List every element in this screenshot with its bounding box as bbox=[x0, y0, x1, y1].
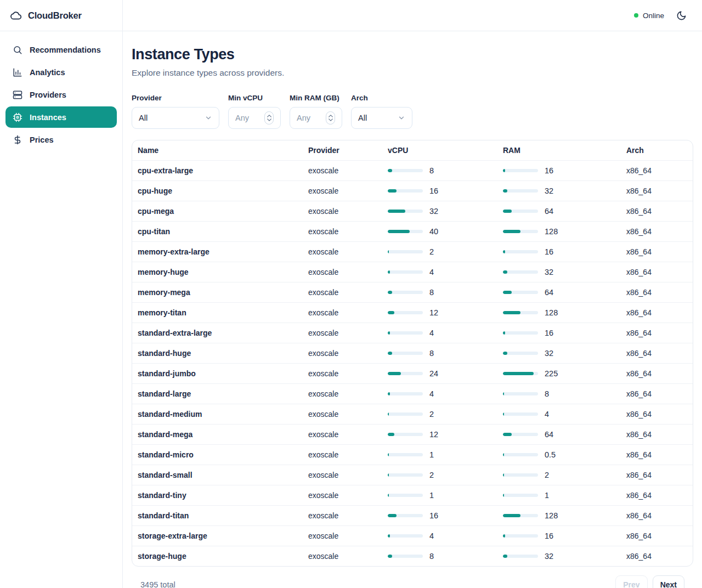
ram-value: 16 bbox=[545, 329, 553, 337]
arch-value: x86_64 bbox=[621, 288, 693, 297]
instance-name: standard-large bbox=[132, 389, 303, 398]
table-row: standard-mediumexoscale24x86_64 bbox=[132, 404, 693, 424]
provider-select[interactable]: All bbox=[132, 107, 219, 129]
ram-meter-fill bbox=[503, 473, 504, 477]
instance-name: standard-micro bbox=[132, 450, 303, 459]
min-vcpu-input[interactable]: Any bbox=[228, 107, 281, 129]
total-count: 3495 total bbox=[140, 580, 176, 588]
ram-meter bbox=[503, 270, 538, 274]
ram-value: 64 bbox=[545, 207, 553, 216]
vcpu-meter-fill bbox=[388, 311, 394, 314]
vcpu-cell: 2 bbox=[382, 471, 497, 479]
ram-value: 1 bbox=[545, 491, 549, 500]
arch-select[interactable]: All bbox=[351, 107, 412, 129]
ram-meter-fill bbox=[503, 270, 507, 274]
vcpu-cell: 2 bbox=[382, 410, 497, 419]
vcpu-value: 40 bbox=[429, 227, 438, 236]
table-row: storage-hugeexoscale832x86_64 bbox=[132, 546, 693, 566]
vcpu-cell: 16 bbox=[382, 186, 497, 195]
filter-arch: Arch All bbox=[351, 94, 412, 129]
provider-name: exoscale bbox=[303, 450, 382, 459]
ram-meter-fill bbox=[503, 230, 520, 233]
pagination-controls: Prev Next bbox=[615, 575, 684, 588]
vcpu-meter-fill bbox=[388, 473, 389, 477]
provider-name: exoscale bbox=[303, 329, 382, 337]
table-row: cpu-extra-largeexoscale816x86_64 bbox=[132, 160, 693, 180]
vcpu-cell: 8 bbox=[382, 166, 497, 175]
vcpu-value: 8 bbox=[429, 552, 434, 561]
vcpu-meter bbox=[388, 291, 423, 294]
ram-meter-fill bbox=[503, 534, 505, 538]
vcpu-cell: 8 bbox=[382, 349, 497, 358]
min-ram-input[interactable]: Any bbox=[290, 107, 342, 129]
ram-cell: 64 bbox=[497, 430, 621, 439]
sidebar-item-label: Analytics bbox=[30, 68, 65, 77]
theme-toggle-button[interactable] bbox=[676, 10, 687, 21]
next-page-button[interactable]: Next bbox=[653, 575, 684, 588]
ram-meter-fill bbox=[503, 250, 505, 253]
vcpu-value: 4 bbox=[429, 389, 434, 398]
provider-name: exoscale bbox=[303, 227, 382, 236]
provider-name: exoscale bbox=[303, 532, 382, 540]
sidebar-item-label: Providers bbox=[30, 91, 66, 99]
vcpu-value: 4 bbox=[429, 329, 434, 337]
ram-value: 4 bbox=[545, 410, 549, 419]
provider-name: exoscale bbox=[303, 389, 382, 398]
ram-value: 2 bbox=[545, 471, 549, 479]
ram-meter-fill bbox=[503, 514, 520, 517]
sidebar-item-recommendations[interactable]: Recommendations bbox=[5, 39, 117, 60]
ram-cell: 32 bbox=[497, 552, 621, 561]
instance-name: memory-huge bbox=[132, 268, 303, 276]
vcpu-meter bbox=[388, 514, 423, 517]
ram-meter-fill bbox=[503, 311, 520, 314]
vcpu-meter-fill bbox=[388, 331, 390, 335]
vcpu-value: 8 bbox=[429, 349, 434, 358]
vcpu-value: 24 bbox=[429, 369, 438, 378]
instance-name: standard-jumbo bbox=[132, 369, 303, 378]
vcpu-cell: 2 bbox=[382, 247, 497, 256]
ram-meter bbox=[503, 311, 538, 314]
sidebar-item-prices[interactable]: Prices bbox=[5, 129, 117, 150]
ram-meter bbox=[503, 392, 538, 395]
vcpu-meter-fill bbox=[388, 189, 397, 193]
filter-min-vcpu: Min vCPU Any bbox=[228, 94, 281, 129]
sidebar-item-label: Instances bbox=[30, 113, 66, 122]
provider-name: exoscale bbox=[303, 430, 382, 439]
vcpu-meter bbox=[388, 555, 423, 558]
number-stepper-icon[interactable] bbox=[264, 111, 274, 125]
vcpu-meter-fill bbox=[388, 230, 410, 233]
ram-meter bbox=[503, 473, 538, 477]
topbar: Online bbox=[123, 0, 702, 31]
provider-select-value: All bbox=[139, 114, 148, 122]
provider-name: exoscale bbox=[303, 268, 382, 276]
sidebar-item-instances[interactable]: Instances bbox=[5, 106, 117, 128]
table-row: standard-tinyexoscale11x86_64 bbox=[132, 485, 693, 505]
vcpu-value: 16 bbox=[429, 511, 438, 520]
vcpu-cell: 4 bbox=[382, 532, 497, 540]
ram-cell: 64 bbox=[497, 288, 621, 297]
ram-meter bbox=[503, 291, 538, 294]
sidebar-item-providers[interactable]: Providers bbox=[5, 84, 117, 105]
arch-value: x86_64 bbox=[621, 227, 693, 236]
instance-name: cpu-mega bbox=[132, 207, 303, 216]
ram-meter bbox=[503, 372, 538, 375]
vcpu-meter-fill bbox=[388, 555, 392, 558]
instance-name: standard-small bbox=[132, 471, 303, 479]
vcpu-meter-fill bbox=[388, 372, 401, 375]
ram-meter-fill bbox=[503, 453, 504, 456]
ram-meter-fill bbox=[503, 331, 505, 335]
vcpu-meter bbox=[388, 311, 423, 314]
sidebar-item-analytics[interactable]: Analytics bbox=[5, 61, 117, 83]
number-stepper-icon[interactable] bbox=[326, 111, 335, 125]
brand: CloudBroker bbox=[0, 0, 122, 31]
arch-value: x86_64 bbox=[621, 369, 693, 378]
table-footer: 3495 total Prev Next bbox=[132, 567, 693, 588]
prev-page-button[interactable]: Prev bbox=[615, 575, 647, 588]
arch-value: x86_64 bbox=[621, 552, 693, 561]
arch-value: x86_64 bbox=[621, 329, 693, 337]
vcpu-meter-fill bbox=[388, 534, 390, 538]
page-title: Instance Types bbox=[132, 46, 693, 63]
vcpu-cell: 12 bbox=[382, 430, 497, 439]
arch-value: x86_64 bbox=[621, 186, 693, 195]
ram-meter bbox=[503, 250, 538, 253]
